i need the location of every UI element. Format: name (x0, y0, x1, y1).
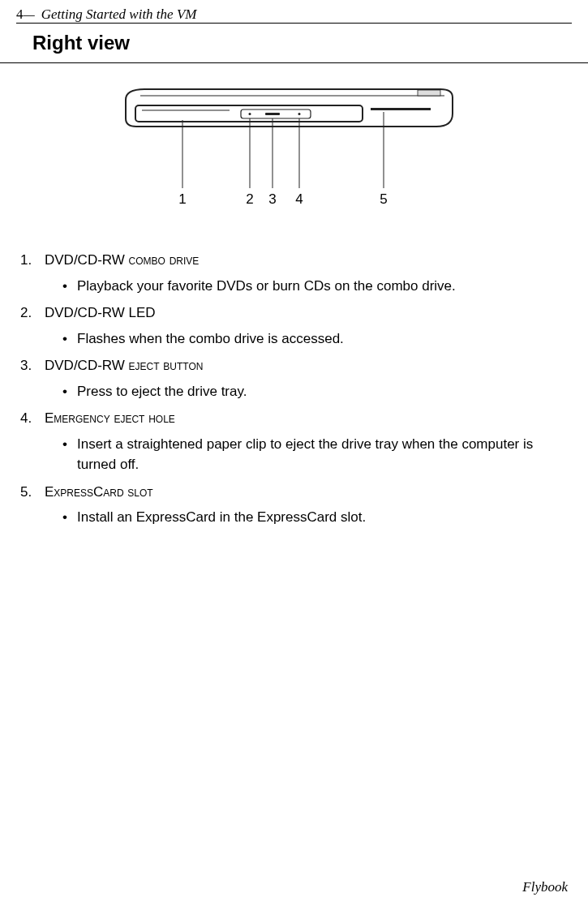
item-title: Emergency eject hole (45, 408, 568, 429)
svg-rect-8 (371, 108, 431, 110)
svg-rect-1 (418, 90, 440, 96)
header: 4 — Getting Started with the VM (0, 0, 588, 23)
laptop-right-view-diagram: 1 2 3 4 5 (124, 88, 465, 217)
list-item-1: 1. DVD/CD-RW combo drive (20, 250, 568, 271)
item-title: DVD/CD-RW eject button (45, 355, 568, 376)
svg-point-5 (248, 113, 251, 115)
bullet-text: Flashes when the combo drive is accessed… (77, 328, 344, 350)
item-title: DVD/CD-RW LED (45, 303, 568, 324)
item-number: 5. (20, 482, 45, 503)
bullet-mark: • (62, 276, 77, 297)
diagram-container: 1 2 3 4 5 (0, 63, 588, 250)
item-number: 2. (20, 303, 45, 324)
bullet: • Install an ExpressCard in the ExpressC… (62, 507, 568, 528)
item-number: 1. (20, 250, 45, 271)
bullet-mark: • (62, 434, 77, 475)
bullet: • Insert a straightened paper clip to ej… (62, 434, 568, 475)
footer: Flybook (522, 879, 568, 895)
callout-3: 3 (268, 191, 276, 207)
item-title: ExpressCard slot (45, 482, 568, 503)
list-item-5: 5. ExpressCard slot (20, 482, 568, 503)
list-item-4: 4. Emergency eject hole (20, 408, 568, 429)
item-title: DVD/CD-RW combo drive (45, 250, 568, 271)
callout-4: 4 (295, 191, 303, 207)
page-number: 4 (16, 6, 24, 23)
content: 1. DVD/CD-RW combo drive • Playback your… (0, 250, 588, 528)
callout-2: 2 (246, 191, 253, 207)
list-item-3: 3. DVD/CD-RW eject button (20, 355, 568, 376)
bullet: • Press to eject the drive tray. (62, 381, 568, 402)
item-number: 4. (20, 408, 45, 429)
bullet-text: Press to eject the drive tray. (77, 381, 247, 402)
item-number: 3. (20, 355, 45, 376)
list-item-2: 2. DVD/CD-RW LED (20, 303, 568, 324)
chapter-title: Getting Started with the VM (41, 6, 197, 23)
callout-1: 1 (178, 191, 186, 207)
bullet: • Playback your favorite DVDs or burn CD… (62, 276, 568, 297)
bullet-text: Install an ExpressCard in the ExpressCar… (77, 507, 366, 528)
bullet: • Flashes when the combo drive is access… (62, 328, 568, 350)
bullet-mark: • (62, 328, 77, 350)
bullet-mark: • (62, 381, 77, 402)
bullet-mark: • (62, 507, 77, 528)
svg-point-7 (298, 113, 300, 115)
bullet-text: Playback your favorite DVDs or burn CDs … (77, 276, 456, 297)
svg-rect-6 (265, 113, 280, 115)
bullet-text: Insert a straightened paper clip to ejec… (77, 434, 560, 475)
callout-5: 5 (380, 191, 387, 207)
header-separator: — (24, 7, 35, 22)
section-title: Right view (0, 24, 588, 62)
